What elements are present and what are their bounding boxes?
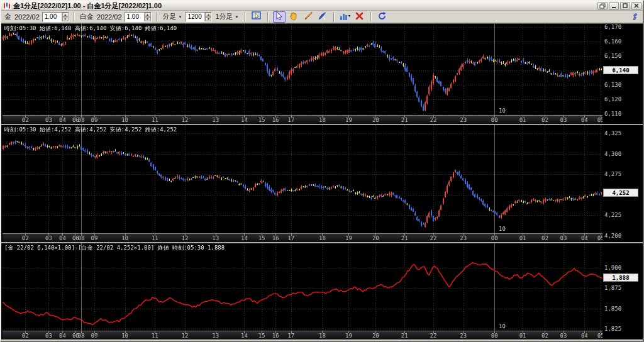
x-axis-label: 04 — [57, 333, 68, 339]
gold-multiplier-spinner[interactable]: 1.00 ▲▼ — [42, 12, 69, 22]
titlebar[interactable]: 金1分足[2022/02]1.00 - 白金1分足[2022/02]1.00 — [1, 1, 643, 11]
pan-tool-button[interactable] — [287, 11, 300, 23]
x-axis-label: 17 — [286, 235, 297, 241]
gold-multiplier-arrows[interactable]: ▲▼ — [62, 13, 69, 21]
spread-time-axis[interactable]: 0203040608091011121314151617181920212223… — [3, 331, 602, 339]
bar-count-spinner[interactable]: 1200 ▲▼ — [185, 12, 212, 22]
settings-button[interactable] — [628, 11, 640, 23]
x-axis-label: 03 — [558, 117, 569, 123]
x-axis-label: 14 — [238, 117, 250, 123]
bar-type-label: 分足 — [163, 12, 177, 21]
x-axis-label: 03 — [558, 235, 569, 241]
x-axis-label: 02 — [539, 235, 550, 241]
x-axis-label: 20 — [370, 235, 381, 241]
app-icon — [3, 2, 11, 9]
y-axis-label: 6,160 — [604, 38, 621, 45]
new-window-button[interactable] — [597, 2, 608, 10]
x-axis-label: 01 — [517, 235, 528, 241]
select-arrow-icon — [275, 11, 284, 22]
wrench-icon — [630, 11, 638, 22]
x-axis-label: 14 — [238, 235, 250, 241]
x-axis-label: 12 — [179, 117, 191, 123]
x-axis-label: 23 — [458, 333, 469, 339]
gold-current-price-badge: 6,140 — [603, 66, 638, 74]
platinum-time-axis[interactable]: 0203040608091011121314151617181920212223… — [3, 233, 602, 242]
gold-multiplier-value[interactable]: 1.00 — [43, 13, 62, 21]
spin-up-icon[interactable]: ▲ — [145, 13, 151, 17]
x-axis-label: 20 — [370, 117, 381, 123]
annotate-tool-button[interactable] — [316, 11, 329, 23]
delete-indicator-button[interactable] — [353, 11, 366, 23]
y-axis-label: 1,825 — [604, 326, 621, 332]
toolbar: 金 2022/02 1.00 ▲▼ 白金 2022/02 1.00 ▲▼ 分足▼… — [1, 11, 643, 23]
platinum-multiplier-spinner[interactable]: 1.00 ▲▼ — [125, 12, 152, 22]
toolbar-separator — [245, 12, 246, 21]
x-axis-label: 00 — [489, 333, 500, 339]
draw-tool-button[interactable] — [302, 11, 314, 23]
chart-type-button[interactable] — [339, 11, 352, 23]
chevron-down-icon: ▼ — [179, 15, 182, 19]
platinum-multiplier-arrows[interactable]: ▲▼ — [144, 13, 151, 21]
close-button[interactable] — [631, 2, 641, 10]
gold-time-axis[interactable]: 0203040608091011121314151617181920212223… — [3, 115, 602, 124]
toolbar-separator — [156, 12, 157, 21]
x-axis-label: 08 — [75, 333, 87, 339]
x-axis-label: 04 — [579, 117, 590, 123]
toolbar-separator — [333, 12, 335, 21]
bar-count-arrows[interactable]: ▲▼ — [204, 13, 211, 21]
platinum-price-axis[interactable]: 4,252 4,3254,3004,2754,2254,200 — [602, 125, 641, 242]
spin-up-icon[interactable]: ▲ — [62, 13, 69, 17]
spin-down-icon[interactable]: ▼ — [205, 17, 211, 21]
x-axis-label: 15 — [256, 235, 267, 241]
minimize-button[interactable] — [609, 2, 619, 10]
gold-chart-canvas[interactable] — [3, 24, 602, 115]
gold-contract-month: 2022/02 — [14, 13, 40, 21]
maximize-button[interactable] — [620, 2, 630, 10]
x-axis-label: 10 — [119, 235, 131, 241]
x-axis-label: 04 — [579, 333, 590, 339]
platinum-chart-info: 時刻:05:30 始値:4,252 高値:4,252 安値:4,252 終値:4… — [4, 126, 177, 134]
platinum-chart-canvas[interactable] — [3, 125, 602, 233]
spread-chart-canvas[interactable] — [3, 243, 602, 331]
x-axis-label: 08 — [75, 235, 87, 241]
y-axis-label: 4,225 — [604, 212, 621, 218]
timeframe-dropdown[interactable]: 1分足▼ — [214, 12, 240, 22]
chevron-down-icon: ▼ — [235, 15, 239, 19]
gold-label: 金 — [4, 12, 12, 21]
y-axis-label: 1,875 — [604, 285, 621, 291]
x-axis-label: 19 — [343, 117, 354, 123]
y-axis-label: 4,200 — [604, 233, 621, 239]
x-axis-label: 19 — [343, 333, 354, 339]
x-axis-label: 16 — [270, 235, 281, 241]
x-axis-label: 03 — [558, 333, 569, 339]
x-axis-label: 15 — [256, 333, 267, 339]
spin-down-icon[interactable]: ▼ — [62, 17, 69, 21]
x-axis-label: 17 — [286, 117, 297, 123]
refresh-icon — [377, 11, 387, 23]
spin-down-icon[interactable]: ▼ — [145, 17, 151, 21]
spin-up-icon[interactable]: ▲ — [205, 13, 211, 17]
timeframe-label: 1分足 — [215, 12, 233, 21]
platinum-multiplier-value[interactable]: 1.00 — [125, 13, 144, 21]
x-axis-label: 21 — [399, 235, 410, 241]
platinum-current-price-badge: 4,252 — [603, 189, 638, 197]
spread-price-axis[interactable]: 1,888 1,9001,8751,8501,825 — [602, 243, 641, 339]
date-label: 10 — [499, 108, 506, 114]
y-axis-label: 6,110 — [604, 111, 621, 117]
chart-cursor-button[interactable] — [250, 11, 263, 23]
bar-count-value[interactable]: 1200 — [186, 13, 204, 21]
gold-price-axis[interactable]: 6,140 6,1706,1606,1506,1306,1206,110 — [602, 24, 641, 124]
refresh-button[interactable] — [376, 11, 389, 23]
delete-chart-icon — [355, 11, 364, 23]
x-axis-label: 11 — [149, 333, 160, 339]
x-axis-label: 18 — [316, 235, 328, 241]
gold-chart-panel: 時刻:05:30 始値:6,140 高値:6,140 安値:6,140 終値:6… — [3, 24, 641, 124]
x-axis-label: 13 — [210, 235, 221, 241]
bar-type-dropdown[interactable]: 分足▼ — [162, 12, 184, 22]
select-tool-button[interactable] — [273, 11, 286, 23]
x-axis-label: 02 — [539, 333, 550, 339]
platinum-label: 白金 — [79, 12, 94, 21]
window-frame-bottom — [1, 339, 643, 341]
x-axis-label: 22 — [428, 117, 439, 123]
x-axis-label: 04 — [579, 235, 590, 241]
